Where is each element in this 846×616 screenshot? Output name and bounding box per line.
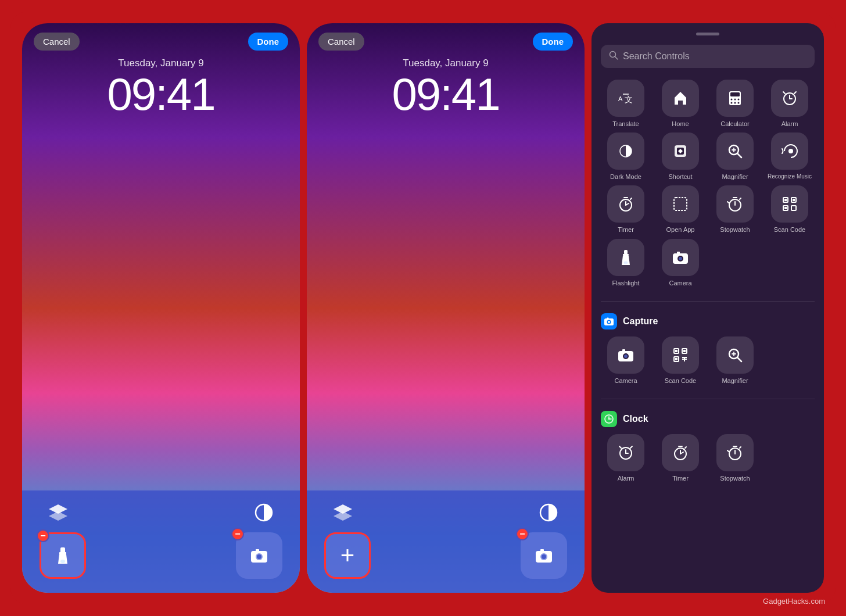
phone-screen-1: Cancel Done Tuesday, January 9 09:41 (22, 23, 300, 593)
clock-section-header: Clock (601, 411, 815, 427)
svg-point-5 (60, 560, 65, 563)
stopwatch-icon (716, 185, 754, 223)
svg-line-33 (794, 92, 796, 94)
shortcut-label: Shortcut (669, 173, 693, 181)
control-dark-mode[interactable]: Dark Mode (601, 132, 651, 181)
phone1-remove-badge: − (37, 529, 49, 542)
control-shortcut[interactable]: Shortcut (655, 132, 705, 181)
control-timer[interactable]: Timer (601, 185, 651, 234)
phone1-camera-remove-badge: − (231, 528, 244, 540)
phone2-cancel-button[interactable]: Cancel (318, 33, 364, 51)
svg-rect-62 (623, 254, 629, 256)
home-icon (662, 80, 699, 117)
svg-point-42 (788, 149, 793, 153)
capture-camera[interactable]: Camera (601, 336, 651, 385)
phone1-buttons-row: − − (34, 532, 288, 579)
svg-line-52 (740, 198, 741, 199)
svg-rect-60 (784, 207, 787, 209)
scan-code-icon (771, 185, 808, 223)
magnifier-icon (716, 132, 754, 170)
phone2-top-bar: Cancel Done (307, 23, 585, 55)
clock-timer[interactable]: Timer (655, 434, 705, 482)
control-recognize-music[interactable]: Recognize Music (765, 132, 815, 181)
clock-alarm[interactable]: Alarm (601, 434, 651, 482)
phone2-camera-button[interactable]: − (521, 532, 567, 579)
svg-rect-58 (784, 199, 787, 201)
svg-rect-9 (256, 549, 259, 551)
svg-rect-71 (607, 317, 609, 319)
phone1-spacer (138, 532, 184, 579)
control-open-app[interactable]: Open App (655, 185, 705, 234)
dark-mode-label: Dark Mode (610, 173, 641, 181)
capture-magnifier-icon (716, 336, 754, 374)
svg-point-15 (542, 554, 546, 559)
clock-section-title: Clock (623, 414, 648, 424)
svg-line-18 (615, 57, 618, 60)
divider-1 (601, 301, 815, 302)
svg-point-24 (734, 99, 736, 101)
svg-marker-1 (49, 511, 67, 521)
flashlight-icon (607, 239, 644, 276)
svg-rect-67 (677, 252, 680, 254)
svg-text:文: 文 (625, 95, 633, 104)
capture-camera-icon (607, 336, 644, 374)
control-scan-code[interactable]: Scan Code (765, 185, 815, 234)
svg-rect-57 (791, 206, 796, 210)
control-camera-main[interactable]: Camera (655, 239, 705, 287)
phone2-circle-half-icon (536, 500, 561, 525)
phone2-wallpaper (307, 121, 585, 490)
svg-line-102 (685, 447, 686, 448)
svg-marker-11 (334, 511, 352, 521)
phone-screen-2: Cancel Done Tuesday, January 9 09:41 (307, 23, 585, 593)
svg-line-96 (619, 446, 621, 448)
phone2-done-button[interactable]: Done (533, 33, 573, 51)
phone2-bottom-controls: + − (307, 490, 585, 593)
phone1-done-button[interactable]: Done (248, 33, 289, 51)
clock-stopwatch[interactable]: Stopwatch (710, 434, 760, 482)
svg-rect-75 (622, 349, 625, 352)
recognize-music-label: Recognize Music (768, 173, 812, 180)
phone2-add-button[interactable]: + (324, 532, 371, 579)
control-alarm[interactable]: Alarm (765, 80, 815, 128)
capture-grid: Camera Scan C (601, 336, 815, 385)
capture-magnifier-label: Magnifier (722, 377, 748, 385)
phone1-time: 09:41 (22, 71, 300, 117)
svg-point-26 (731, 102, 733, 104)
capture-scan-code[interactable]: Scan Code (655, 336, 705, 385)
phone1-top-bar: Cancel Done (22, 23, 300, 55)
scan-code-label: Scan Code (774, 226, 805, 234)
capture-section-title: Capture (623, 316, 658, 327)
control-stopwatch[interactable]: Stopwatch (710, 185, 760, 234)
clock-alarm-icon (607, 434, 644, 471)
svg-text:A: A (618, 95, 623, 102)
clock-grid: Alarm Timer (601, 434, 815, 482)
search-bar[interactable]: Search Controls (601, 45, 815, 68)
timer-label: Timer (618, 226, 634, 234)
controls-panel: Search Controls A 文 Translate (592, 23, 824, 593)
calculator-icon (716, 80, 754, 117)
plus-icon: + (340, 543, 355, 568)
svg-rect-59 (793, 199, 795, 201)
phone1-camera-button[interactable]: − (236, 532, 282, 579)
phone1-cancel-button[interactable]: Cancel (34, 33, 80, 51)
stopwatch-label: Stopwatch (720, 226, 750, 234)
capture-magnifier[interactable]: Magnifier (710, 336, 760, 385)
control-magnifier[interactable]: Magnifier (710, 132, 760, 181)
capture-scan-code-icon (662, 336, 699, 374)
capture-section-icon (601, 313, 617, 330)
recognize-music-icon (771, 132, 808, 170)
timer-icon (607, 185, 644, 223)
svg-rect-4 (59, 552, 66, 554)
control-translate[interactable]: A 文 Translate (601, 80, 651, 128)
svg-line-107 (727, 450, 729, 452)
svg-rect-48 (674, 198, 687, 210)
dark-mode-icon (607, 132, 644, 170)
translate-icon: A 文 (607, 80, 644, 117)
control-flashlight[interactable]: Flashlight (601, 239, 651, 287)
phone1-flashlight-button[interactable]: − (40, 532, 86, 579)
control-home[interactable]: Home (655, 80, 705, 128)
svg-rect-79 (675, 350, 677, 352)
watermark: GadgetHacks.com (763, 597, 825, 606)
control-calculator[interactable]: Calculator (710, 80, 760, 128)
phone1-bottom-controls: − − (22, 490, 300, 593)
